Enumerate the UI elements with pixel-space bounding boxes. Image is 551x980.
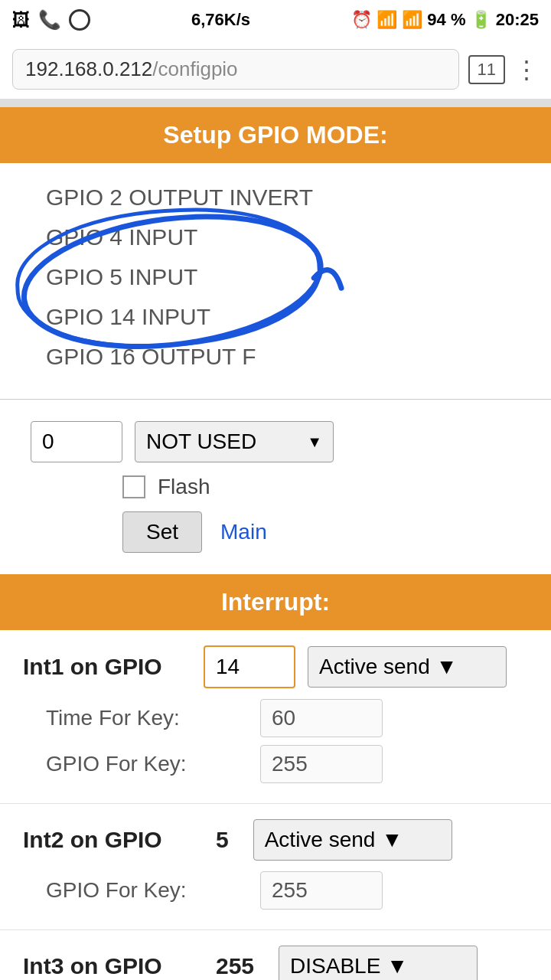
int1-header-row: Int1 on GPIO Active send ▼: [23, 645, 528, 688]
int2-gpio-value: 5: [204, 827, 241, 853]
time-display: 20:25: [496, 10, 539, 29]
interrupt-section: Interrupt: Int1 on GPIO Active send ▼ Ti…: [0, 574, 551, 980]
int3-mode-dropdown[interactable]: DISABLE ▼: [279, 946, 478, 980]
circle-icon: [69, 9, 90, 31]
button-row: Set Main: [31, 511, 520, 553]
chevron-down-icon: ▼: [307, 433, 322, 451]
status-right-info: ⏰ 📶 📶 94 % 🔋 20:25: [351, 10, 539, 30]
divider-1: [0, 399, 551, 400]
gpio-item-5: GPIO 16 OUTPUT F: [46, 341, 520, 373]
battery-percent: 94 %: [427, 10, 465, 29]
network-speed: 6,76K/s: [191, 10, 250, 30]
int1-time-value: 60: [260, 699, 383, 737]
int1-label: Int1 on GPIO: [23, 654, 191, 680]
int1-time-row: Time For Key: 60: [23, 699, 528, 737]
int1-block: Int1 on GPIO Active send ▼ Time For Key:…: [0, 630, 551, 804]
gpio-control-row: NOT USED ▼: [31, 421, 520, 462]
url-bar[interactable]: 192.168.0.212/configpio: [12, 49, 459, 90]
battery-icon: 🔋: [471, 10, 491, 29]
int1-gpio-key-label: GPIO For Key:: [46, 752, 260, 776]
int1-time-label: Time For Key:: [46, 706, 260, 730]
int1-gpio-key-value: 255: [260, 745, 383, 783]
gpio-item-1: GPIO 2 OUTPUT INVERT: [46, 181, 520, 214]
signal-icon: 📶: [402, 10, 422, 29]
int3-block: Int3 on GPIO 255 DISABLE ▼ GPIO For Key:…: [0, 930, 551, 980]
int1-gpio-input[interactable]: [204, 645, 295, 688]
int2-gpio-key-value: 255: [260, 871, 383, 910]
status-bar: 🖼 📞 6,76K/s ⏰ 📶 📶 94 % 🔋 20:25: [0, 0, 551, 40]
status-icons: 🖼 📞: [12, 9, 90, 31]
url-base: 192.168.0.212: [25, 57, 152, 80]
control-area: NOT USED ▼ Flash Set Main: [0, 406, 551, 568]
gpio-item-4: GPIO 14 INPUT: [46, 301, 520, 333]
wifi-icon: 📶: [377, 10, 397, 29]
chevron-down-icon: ▼: [436, 655, 458, 679]
int3-label: Int3 on GPIO: [23, 953, 191, 979]
dropdown-selected: NOT USED: [146, 430, 301, 454]
browser-bar: 192.168.0.212/configpio 11 ⋮: [0, 40, 551, 100]
int3-mode-text: DISABLE: [290, 954, 380, 978]
gpio-list: GPIO 2 OUTPUT INVERT GPIO 4 INPUT GPIO 5…: [0, 163, 551, 393]
main-content: Setup GPIO MODE: GPIO 2 OUTPUT INVERT GP…: [0, 107, 551, 980]
gpio-mode-dropdown[interactable]: NOT USED ▼: [135, 421, 334, 462]
tab-count[interactable]: 11: [468, 55, 505, 84]
flash-checkbox[interactable]: [122, 475, 145, 498]
chevron-down-icon: ▼: [381, 828, 403, 852]
int2-mode-dropdown[interactable]: Active send ▼: [253, 819, 452, 861]
clock-icon: ⏰: [351, 10, 372, 29]
int2-label: Int2 on GPIO: [23, 827, 191, 853]
int2-header-row: Int2 on GPIO 5 Active send ▼: [23, 819, 528, 861]
flash-row: Flash: [31, 475, 520, 499]
browser-menu-button[interactable]: ⋮: [514, 55, 539, 84]
gpio-mode-header: Setup GPIO MODE:: [0, 107, 551, 163]
int3-gpio-value: 255: [204, 953, 266, 979]
int3-header-row: Int3 on GPIO 255 DISABLE ▼: [23, 946, 528, 980]
int1-mode-text: Active send: [319, 655, 430, 679]
int2-gpio-key-row: GPIO For Key: 255: [23, 871, 528, 910]
set-button[interactable]: Set: [122, 511, 202, 553]
interrupt-header: Interrupt:: [0, 574, 551, 630]
phone-icon: 📞: [38, 9, 61, 31]
int1-mode-dropdown[interactable]: Active send ▼: [308, 646, 507, 688]
int2-block: Int2 on GPIO 5 Active send ▼ GPIO For Ke…: [0, 804, 551, 930]
gpio-item-2: GPIO 4 INPUT: [46, 221, 520, 253]
int2-mode-text: Active send: [265, 828, 376, 852]
url-path: /configpio: [152, 57, 237, 80]
chevron-down-icon: ▼: [386, 954, 408, 978]
main-link[interactable]: Main: [220, 520, 267, 544]
gallery-icon: 🖼: [12, 9, 31, 31]
int2-gpio-key-label: GPIO For Key:: [46, 878, 260, 903]
flash-label: Flash: [158, 475, 210, 499]
gpio-number-input[interactable]: [31, 421, 122, 462]
scroll-indicator: [0, 100, 551, 107]
gpio-item-3: GPIO 5 INPUT: [46, 261, 520, 293]
int1-gpio-key-row: GPIO For Key: 255: [23, 745, 528, 783]
